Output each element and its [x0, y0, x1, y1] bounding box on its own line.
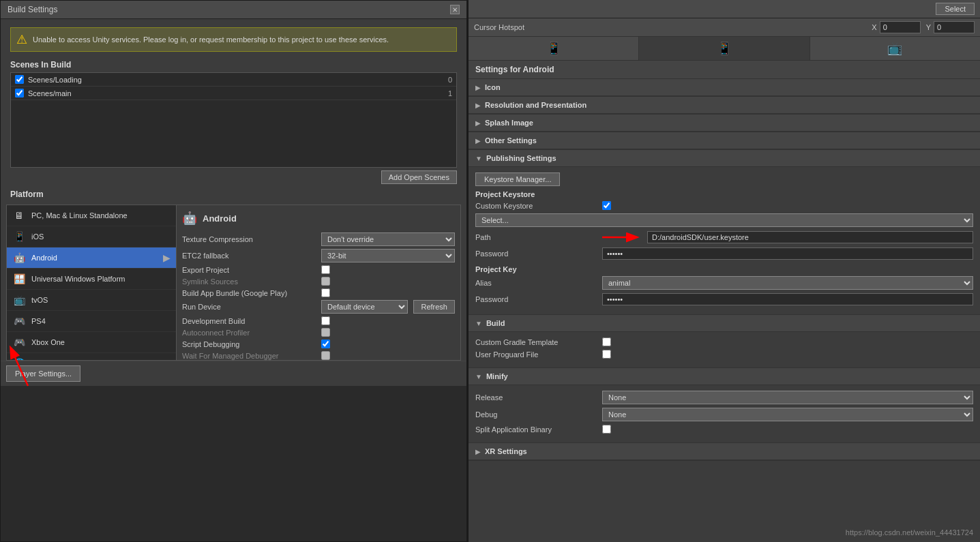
minify-section: ▼ Minify Release None Debug None Sp [469, 368, 980, 443]
platform-item-tvos[interactable]: 📺 tvOS [7, 290, 176, 311]
y-field: Y [926, 21, 975, 33]
release-select[interactable]: None [602, 391, 973, 404]
export-project-label: Export Project [182, 266, 318, 274]
script-debugging-label: Script Debugging [182, 340, 318, 348]
minify-section-header[interactable]: ▼ Minify [469, 368, 980, 385]
platform-name-tvos: tvOS [31, 296, 170, 304]
platform-settings: 🤖 Android Texture Compression Don't over… [177, 205, 461, 361]
symlink-sources-row: Symlink Sources [182, 277, 455, 286]
development-build-checkbox[interactable] [321, 316, 330, 325]
custom-keystore-row: Custom Keystore [475, 201, 973, 210]
split-app-binary-checkbox[interactable] [602, 425, 611, 434]
y-input[interactable] [934, 21, 975, 33]
build-app-bundle-checkbox[interactable] [321, 288, 330, 297]
build-settings-panel: Build Settings ✕ ⚠ Unable to access Unit… [0, 0, 467, 542]
other-settings-header[interactable]: ▶ Other Settings [469, 132, 980, 149]
tab-icons-row: 📱 📱 📺 [469, 37, 980, 61]
script-debugging-checkbox[interactable] [321, 340, 330, 348]
keystore-select-row: Select... [475, 213, 973, 227]
android-selected-icon: ▶ [163, 252, 170, 263]
cursor-hotspot-row: Cursor Hotspot X Y [469, 18, 980, 37]
key-password-row: Password [475, 293, 973, 305]
select-button[interactable]: Select [936, 3, 975, 15]
release-row: Release None [475, 391, 973, 404]
run-device-select[interactable]: Default device [321, 300, 408, 314]
key-password-label: Password [475, 295, 598, 303]
export-project-row: Export Project [182, 265, 455, 274]
xr-title: XR Settings [485, 447, 527, 455]
publishing-settings-header[interactable]: ▼ Publishing Settings [469, 150, 980, 167]
key-password-input[interactable] [602, 293, 973, 305]
keystore-manager-row: Keystore Manager... [475, 172, 973, 186]
run-device-label: Run Device [182, 303, 318, 311]
platform-item-pc[interactable]: 🖥 PC, Mac & Linux Standalone [7, 205, 176, 226]
path-input[interactable] [647, 231, 973, 243]
xr-settings-header[interactable]: ▶ XR Settings [469, 443, 980, 460]
custom-gradle-checkbox[interactable] [602, 337, 611, 346]
keystore-password-row: Password [475, 247, 973, 260]
scene-name-loading: Scenes/Loading [28, 76, 448, 84]
resolution-arrow: ▶ [475, 102, 481, 109]
build-section-header[interactable]: ▼ Build [469, 315, 980, 332]
etc2-fallback-row: ETC2 fallback 32-bit [182, 249, 455, 262]
scenes-header: Scenes In Build [5, 57, 462, 72]
custom-keystore-checkbox[interactable] [602, 201, 611, 210]
symlink-sources-checkbox [321, 277, 330, 286]
keystore-password-input[interactable] [602, 247, 973, 260]
scene-checkbox-main[interactable] [15, 89, 24, 97]
platform-item-ps4[interactable]: 🎮 PS4 [7, 311, 176, 332]
script-debugging-row: Script Debugging [182, 340, 455, 348]
resolution-title: Resolution and Presentation [485, 101, 586, 109]
footer-url: https://blog.csdn.net/weixin_44431724 [846, 528, 973, 537]
release-label: Release [475, 393, 598, 402]
custom-gradle-row: Custom Gradle Template [475, 337, 973, 346]
android-icon: 🤖 [12, 251, 26, 265]
build-app-bundle-row: Build App Bundle (Google Play) [182, 288, 455, 297]
splash-arrow: ▶ [475, 119, 481, 127]
other-settings-title: Other Settings [485, 136, 537, 145]
add-open-scenes-row: Add Open Scenes [10, 168, 457, 187]
development-build-label: Development Build [182, 317, 318, 325]
xr-settings-section: ▶ XR Settings [469, 443, 980, 461]
add-open-scenes-button[interactable]: Add Open Scenes [381, 170, 457, 184]
platform-section: 🖥 PC, Mac & Linux Standalone 📱 iOS 🤖 And… [6, 205, 461, 361]
export-project-checkbox[interactable] [321, 265, 330, 274]
custom-gradle-label: Custom Gradle Template [475, 338, 598, 346]
android-header-title: Android [203, 213, 237, 224]
resolution-section-header[interactable]: ▶ Resolution and Presentation [469, 97, 980, 114]
scenes-list: Scenes/Loading 0 Scenes/main 1 [10, 72, 457, 168]
scene-checkbox-loading[interactable] [15, 75, 24, 84]
tab-icon-tablet[interactable]: 📱 [639, 37, 810, 60]
icon-section-header[interactable]: ▶ Icon [469, 79, 980, 96]
user-proguard-checkbox[interactable] [602, 350, 611, 359]
player-settings-arrow [1, 335, 55, 389]
platform-item-uwp[interactable]: 🪟 Universal Windows Platform [7, 269, 176, 290]
keystore-select[interactable]: Select... [475, 213, 973, 227]
resolution-section: ▶ Resolution and Presentation [469, 97, 980, 115]
build-title: Build [486, 319, 505, 327]
debug-label: Debug [475, 410, 598, 419]
platform-item-ios[interactable]: 📱 iOS [7, 226, 176, 247]
texture-compression-select[interactable]: Don't override [321, 232, 455, 246]
scene-index-loading: 0 [448, 76, 452, 84]
close-button[interactable]: ✕ [450, 5, 460, 14]
keystore-password-label: Password [475, 250, 598, 258]
uwp-icon: 🪟 [12, 272, 26, 286]
keystore-manager-button[interactable]: Keystore Manager... [475, 172, 560, 186]
alias-row: Alias animal [475, 276, 973, 290]
refresh-button[interactable]: Refresh [413, 300, 455, 314]
publishing-title: Publishing Settings [486, 154, 556, 162]
tab-icon-phone[interactable]: 📱 [469, 37, 639, 60]
platform-item-android[interactable]: 🤖 Android ▶ [7, 247, 176, 269]
x-input[interactable] [880, 21, 921, 33]
scene-item-loading: Scenes/Loading 0 [11, 73, 456, 87]
debug-select[interactable]: None [602, 408, 973, 421]
splash-section-header[interactable]: ▶ Splash Image [469, 115, 980, 132]
etc2-fallback-select[interactable]: 32-bit [321, 249, 455, 262]
scenes-section: Scenes/Loading 0 Scenes/main 1 Add Open … [10, 72, 457, 187]
tab-icon-tv[interactable]: 📺 [810, 37, 980, 60]
other-settings-arrow: ▶ [475, 137, 481, 145]
development-build-row: Development Build [182, 316, 455, 325]
splash-title: Splash Image [485, 119, 533, 127]
alias-select[interactable]: animal [602, 276, 973, 290]
